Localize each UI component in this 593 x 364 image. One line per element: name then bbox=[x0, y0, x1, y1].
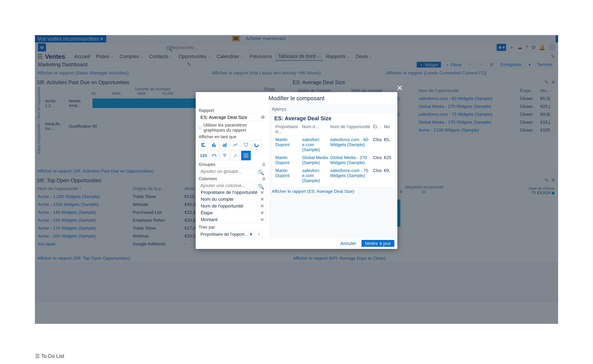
svg-rect-2 bbox=[201, 146, 205, 147]
column-item[interactable]: Nom du compte✕ bbox=[199, 196, 266, 202]
modal-title: Modifier le composant bbox=[196, 92, 397, 104]
svg-rect-9 bbox=[226, 143, 226, 147]
svg-rect-7 bbox=[223, 143, 224, 145]
column-item[interactable]: Étape✕ bbox=[199, 209, 266, 216]
update-button[interactable]: Mettre à jour bbox=[362, 240, 394, 247]
svg-rect-3 bbox=[212, 144, 213, 147]
modal-preview-panel: Aperçu ES: Average Deal Size Propriétair… bbox=[269, 104, 397, 238]
svg-rect-8 bbox=[224, 144, 225, 147]
gauge-icon[interactable] bbox=[209, 151, 219, 160]
remove-icon[interactable]: ✕ bbox=[260, 210, 264, 215]
display-as-label: Afficher en tant que bbox=[199, 134, 266, 139]
remove-icon[interactable]: ✕ bbox=[260, 190, 264, 195]
app-frame: Vos visites recommandées ▾ Laisser un co… bbox=[35, 35, 558, 324]
edit-component-modal: Modifier le composant Rapport ✕ Utiliser… bbox=[196, 92, 397, 249]
column-item[interactable]: Montant✕ bbox=[199, 216, 266, 223]
sort-field-select[interactable]: Propriétaire de l'opport… ▾ bbox=[199, 231, 254, 238]
column-input[interactable] bbox=[199, 182, 266, 189]
modal-left-panel: Rapport ✕ Utiliser les paramètres graphi… bbox=[196, 104, 269, 238]
preview-view-report-link[interactable]: Afficher le rapport (ES: Average Deal Si… bbox=[272, 189, 395, 194]
chart-stacked-icon[interactable] bbox=[220, 140, 230, 150]
sort-direction-button[interactable]: ↑ bbox=[255, 231, 263, 238]
todo-list-link[interactable]: ☰To Do List bbox=[35, 353, 64, 359]
cancel-button[interactable]: Annuler bbox=[337, 240, 360, 247]
svg-rect-0 bbox=[201, 143, 204, 144]
close-icon[interactable]: ✕ bbox=[396, 84, 403, 92]
trash-icon[interactable]: 🗑 bbox=[262, 176, 266, 181]
svg-point-11 bbox=[255, 143, 258, 147]
list-icon: ☰ bbox=[35, 353, 40, 359]
preview-label: Aperçu bbox=[272, 106, 395, 112]
chart-bar-h-icon[interactable] bbox=[199, 140, 208, 150]
svg-marker-10 bbox=[244, 143, 248, 147]
report-combobox[interactable]: ✕ bbox=[199, 114, 266, 121]
svg-rect-1 bbox=[201, 144, 203, 145]
modal-footer: Annuler Mettre à jour bbox=[196, 238, 397, 249]
column-item[interactable]: Propriétaire de l'opportunité✕ bbox=[199, 189, 266, 196]
search-icon: 🔍 bbox=[258, 184, 264, 190]
chart-wordcloud-icon[interactable] bbox=[220, 151, 230, 160]
report-input[interactable] bbox=[199, 114, 266, 121]
display-as-picker: 123 bbox=[199, 140, 266, 160]
remove-icon[interactable]: ✕ bbox=[260, 203, 264, 209]
svg-point-17 bbox=[236, 156, 237, 156]
chart-line-icon[interactable] bbox=[231, 140, 240, 150]
group-input[interactable] bbox=[199, 168, 266, 175]
chart-bar-v-icon[interactable] bbox=[209, 140, 219, 150]
chevron-down-icon: ▾ bbox=[250, 232, 252, 237]
chart-scatter-icon[interactable] bbox=[231, 151, 240, 160]
column-item[interactable]: Nom de l'opportunité✕ bbox=[199, 202, 266, 209]
use-chart-params-checkbox[interactable]: Utiliser les paramètres graphiques du ra… bbox=[199, 123, 266, 133]
remove-icon[interactable]: ✕ bbox=[260, 217, 264, 222]
svg-rect-4 bbox=[214, 143, 214, 147]
clear-icon[interactable]: ✕ bbox=[261, 116, 264, 119]
svg-point-16 bbox=[235, 154, 236, 155]
chart-funnel-icon[interactable] bbox=[241, 140, 251, 150]
table-icon[interactable] bbox=[241, 151, 251, 160]
report-label: Rapport bbox=[199, 108, 266, 113]
sort-label: Trier par bbox=[199, 225, 266, 230]
metric-number-icon[interactable]: 123 bbox=[199, 151, 208, 160]
svg-rect-18 bbox=[244, 153, 248, 157]
svg-point-15 bbox=[234, 156, 235, 157]
groups-label: Groupes🗑 bbox=[199, 162, 266, 167]
preview-card: ES: Average Deal Size Propriétaire d…Nom… bbox=[272, 113, 395, 187]
trash-icon[interactable]: 🗑 bbox=[262, 162, 266, 167]
chart-donut-icon[interactable] bbox=[252, 140, 261, 150]
preview-table: Propriétaire d…Nom d…Nom de l'opportunit… bbox=[274, 123, 392, 185]
remove-icon[interactable]: ✕ bbox=[260, 196, 264, 202]
svg-rect-5 bbox=[215, 145, 216, 147]
columns-label: Colonnes🗑 bbox=[199, 176, 266, 181]
preview-title: ES: Average Deal Size bbox=[274, 115, 392, 122]
search-icon: 🔍 bbox=[258, 169, 264, 176]
